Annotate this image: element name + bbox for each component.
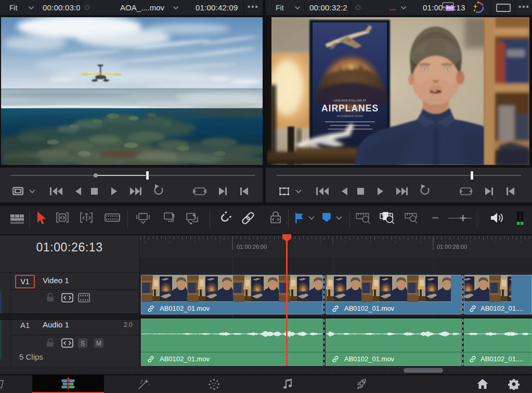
svg-text:AIRPLANES: AIRPLANES <box>321 103 379 113</box>
svg-text:S: S <box>81 340 85 347</box>
svg-text:IN CINEMAS SOON: IN CINEMAS SOON <box>337 115 363 118</box>
svg-text:M: M <box>96 340 101 347</box>
svg-text:LIKE AND FOLLOW AT: LIKE AND FOLLOW AT <box>334 99 367 102</box>
